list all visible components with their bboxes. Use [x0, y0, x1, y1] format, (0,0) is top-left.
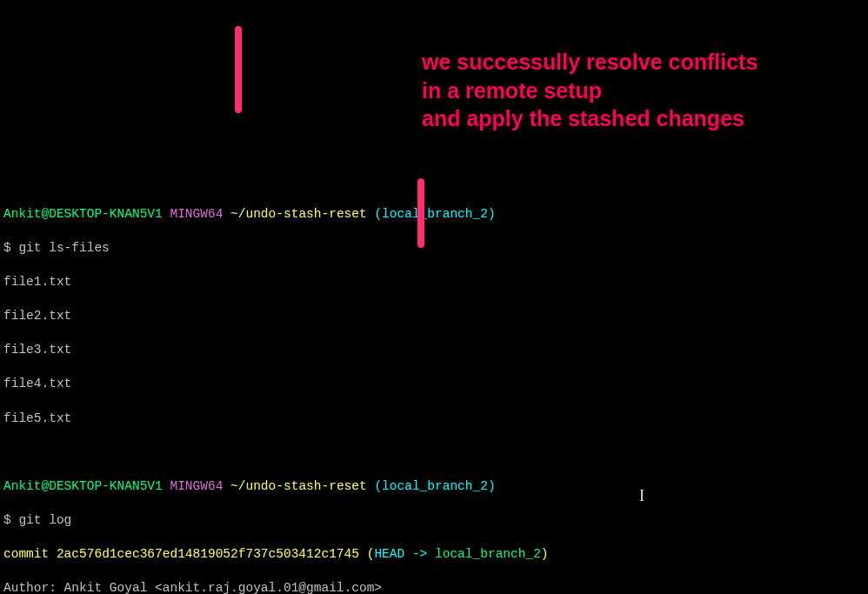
- annotation-arrow-1: [235, 26, 242, 113]
- annotation-line: we successully resolve conflicts: [422, 48, 758, 77]
- user-host: Ankit@DESKTOP-KNAN5V1: [3, 479, 163, 493]
- command: $ git ls-files: [3, 240, 865, 257]
- command: $ git log: [3, 512, 865, 530]
- annotation-line: in a remote setup: [422, 77, 758, 105]
- commit-line: commit 2ac576d1cec367ed14819052f737c5034…: [3, 546, 865, 564]
- path: ~/undo-stash-reset: [230, 479, 367, 493]
- file-entry: file3.txt: [3, 342, 865, 359]
- env: MINGW64: [170, 479, 223, 493]
- user-host: Ankit@DESKTOP-KNAN5V1: [3, 207, 163, 221]
- text-cursor-icon: I: [639, 485, 644, 506]
- commit-hash: 2ac576d1cec367ed14819052f737c503412c1745: [57, 547, 359, 561]
- branch: (local_branch_2): [374, 479, 495, 493]
- file-entry: file2.txt: [3, 308, 865, 325]
- annotation-line: and apply the stashed changes: [422, 104, 758, 133]
- head-ref: HEAD ->: [374, 547, 435, 561]
- path: ~/undo-stash-reset: [230, 207, 367, 221]
- file-entry: file5.txt: [3, 410, 865, 428]
- branch: (local_branch_2): [374, 207, 495, 221]
- annotation-text: we successully resolve conflicts in a re…: [422, 48, 758, 133]
- prompt-line: Ankit@DESKTOP-KNAN5V1 MINGW64 ~/undo-sta…: [3, 206, 865, 224]
- env: MINGW64: [170, 207, 223, 221]
- file-entry: file1.txt: [3, 274, 865, 291]
- author-line: Author: Ankit Goyal <ankit.raj.goyal.01@…: [3, 580, 865, 594]
- annotation-arrow-2: [417, 178, 424, 248]
- prompt-line: Ankit@DESKTOP-KNAN5V1 MINGW64 ~/undo-sta…: [3, 478, 865, 496]
- terminal-output[interactable]: Ankit@DESKTOP-KNAN5V1 MINGW64 ~/undo-sta…: [3, 189, 865, 594]
- file-entry: file4.txt: [3, 376, 865, 393]
- branch-ref: local_branch_2: [435, 547, 541, 561]
